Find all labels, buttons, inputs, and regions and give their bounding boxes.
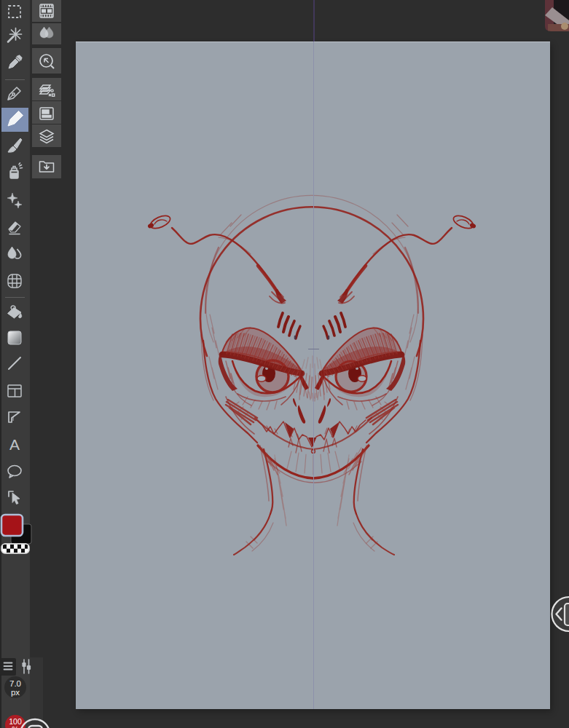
svg-text:A: A	[9, 436, 20, 453]
svg-text:7.0: 7.0	[9, 679, 21, 688]
svg-text:%: %	[12, 725, 18, 728]
svg-text:px: px	[11, 688, 20, 697]
